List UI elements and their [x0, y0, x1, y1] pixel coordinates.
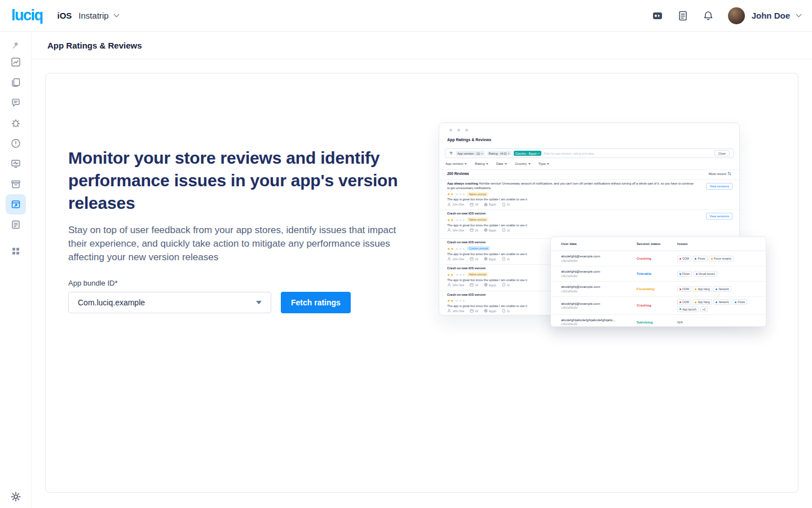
review-body: The app is great but since the update I …: [447, 224, 731, 227]
bundle-id-value: Com.luciq.example: [78, 298, 145, 307]
window-dots-icon: [449, 129, 468, 132]
review-item: App always crashing Horrible service! Un…: [439, 182, 739, 207]
table-row: abcdefghij@example.comc3b2af9e8d Tolerab…: [551, 266, 766, 282]
issue-dot-icon: [679, 273, 681, 275]
review-meta: John Doe 2d Egypt 11: [447, 203, 731, 207]
close-icon: ×: [538, 152, 540, 155]
bundle-id-select[interactable]: Com.luciq.example: [68, 292, 271, 313]
phone-icon: [502, 257, 506, 261]
column-header: Issues: [677, 242, 756, 246]
issue-dot-icon: [679, 288, 681, 290]
sort-arrows-icon: [727, 172, 731, 176]
notifications-bell-icon[interactable]: [703, 10, 714, 21]
issues-na: N/A: [677, 321, 756, 324]
sidebar-item-reports[interactable]: [11, 77, 21, 87]
sidebar: [0, 32, 32, 508]
apps-grid-icon: [11, 246, 21, 256]
fetch-ratings-button[interactable]: Fetch ratings: [281, 292, 351, 313]
prompt-type-chip: Native prompt: [467, 217, 488, 222]
filter-dropdown: Date: [496, 162, 507, 165]
reports-icon: [11, 77, 21, 87]
issue-dot-icon: [695, 258, 696, 260]
globe-icon: [484, 309, 488, 313]
sidebar-item-bug-reports[interactable]: [11, 118, 21, 128]
column-header: Session status: [637, 242, 677, 246]
prompt-type-chip: Native prompt: [467, 272, 488, 277]
filter-chip: App version : (1)×: [456, 151, 485, 156]
star-icon: ★★★: [456, 192, 466, 196]
review-title: App always crashing Horrible service! Un…: [447, 182, 731, 190]
star-icon: ★★★: [456, 218, 466, 222]
sidebar-item-settings[interactable]: [11, 492, 21, 502]
star-icon: ★★: [447, 273, 454, 277]
issue-chips: OOM App hang Network: [677, 286, 756, 292]
changelog-icon[interactable]: [677, 10, 689, 21]
sidebar-pin-toggle[interactable]: [12, 42, 20, 49]
caret-down-icon: [505, 163, 507, 165]
calendar-icon: [470, 257, 474, 261]
divider: [439, 179, 739, 180]
review-meta: John Doe 2d Egypt 11: [447, 228, 731, 232]
user-icon: [447, 283, 451, 287]
ratings-reviews-icon: [11, 199, 21, 209]
luciq-logo[interactable]: luciq: [11, 7, 43, 24]
issue-dot-icon: [735, 301, 736, 303]
filter-dropdown: Country: [515, 162, 531, 165]
review-title: Crash on new iOS version: [447, 212, 731, 216]
caret-down-icon: [465, 163, 467, 165]
issue-dot-icon: [716, 301, 717, 303]
app-switcher[interactable]: Instatrip: [78, 11, 118, 20]
star-icon: ★★: [447, 299, 454, 303]
status-badge: Tolerable: [637, 272, 677, 275]
phone-icon: [502, 228, 506, 232]
view-sessions-button: View sessions: [706, 213, 732, 220]
divider: [439, 169, 739, 170]
review-body: The app is great but since the update I …: [447, 198, 731, 201]
filter-chip: Rating : (4.0)×: [487, 151, 511, 156]
star-icon: ★★: [447, 192, 454, 196]
issue-dot-icon: [695, 288, 696, 290]
sidebar-item-crashes[interactable]: [11, 138, 21, 148]
overview-chart-icon: [11, 57, 21, 67]
issue-dot-icon: [679, 308, 681, 310]
prompt-type-chip: Native prompt: [467, 192, 488, 196]
sidebar-item-releases[interactable]: [11, 179, 21, 189]
app-name: Instatrip: [78, 11, 108, 20]
user-icon: [447, 257, 451, 261]
filter-dropdown: Rating: [475, 162, 488, 165]
globe-icon: [484, 257, 488, 261]
review-stars: ★★★★★ Native prompt: [447, 192, 731, 196]
keyboard-shortcuts-icon[interactable]: [652, 10, 663, 21]
sidebar-item-app-ratings-reviews[interactable]: [6, 194, 26, 214]
globe-icon: [484, 203, 488, 207]
hero-controls: Com.luciq.example Fetch ratings: [68, 292, 412, 313]
user-avatar: [728, 7, 745, 24]
sidebar-item-surveys[interactable]: [11, 220, 21, 230]
platform-badge: iOS: [58, 11, 72, 20]
mockup-filter-dropdowns: App version Rating Date Country Type: [445, 162, 549, 165]
column-header: User data: [561, 242, 637, 246]
phone-icon: [502, 309, 506, 313]
table-header-row: User data Session status Issues: [551, 237, 766, 251]
filter-chip: Country : Egypt×: [514, 151, 541, 156]
issue-dot-icon: [679, 258, 681, 260]
sidebar-item-apps[interactable]: [11, 246, 21, 256]
page-header: App Ratings & Reviews: [32, 32, 812, 59]
user-icon: [447, 309, 451, 313]
caret-down-icon: [486, 163, 488, 165]
sidebar-item-feedback[interactable]: [11, 98, 21, 108]
view-sessions-button: View sessions: [706, 183, 732, 190]
phone-icon: [502, 203, 506, 207]
table-row: abcdefghijabcdefghijabcdefghijabc...c3b2…: [551, 315, 766, 327]
bundle-id-label: App bundle ID*: [68, 279, 412, 287]
status-badge: Satisfying: [637, 321, 677, 324]
hero-subheading: Stay on top of user feedback from your a…: [68, 224, 398, 264]
topbar-actions: John Doe: [652, 7, 801, 24]
sidebar-item-overview[interactable]: [11, 57, 21, 67]
user-menu[interactable]: John Doe: [728, 7, 801, 24]
issue-chips: Flows Visual issues: [677, 271, 756, 277]
phone-icon: [502, 283, 506, 287]
table-row: abcdefghij@example.comc3b2af9e8d Crashin…: [551, 251, 766, 266]
sidebar-item-apm[interactable]: [11, 159, 21, 169]
prompt-type-chip: Custom prompt: [467, 246, 489, 251]
